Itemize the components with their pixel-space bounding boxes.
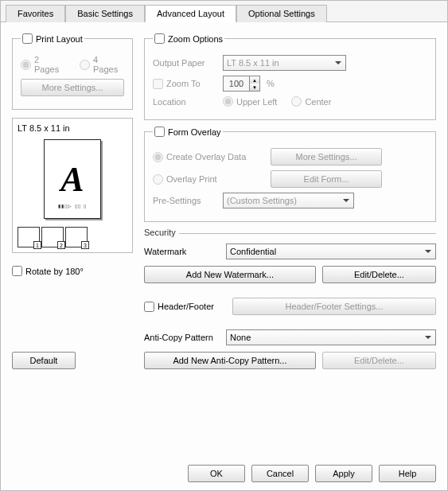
dialog-footer: OK Cancel Apply Help bbox=[188, 465, 436, 482]
tab-bar: Favorites Basic Settings Advanced Layout… bbox=[1, 1, 447, 22]
preview-ruler: ▮▮▯▷ ▯▯ ▯ bbox=[58, 203, 86, 208]
zoom-legend: Zoom Options bbox=[153, 33, 224, 44]
percent-label: % bbox=[267, 79, 275, 88]
preview-panel: LT 8.5 x 11 in A ▮▮▯▷ ▯▯ ▯ 1 2 3 bbox=[12, 118, 133, 253]
zoom-to-checkbox[interactable]: Zoom To bbox=[153, 79, 216, 89]
print-layout-label: Print Layout bbox=[36, 34, 83, 44]
apply-button[interactable]: Apply bbox=[315, 465, 372, 482]
preview-page-icon: A ▮▮▯▷ ▯▯ ▯ bbox=[44, 139, 101, 219]
zoom-options-label: Zoom Options bbox=[168, 34, 223, 44]
edit-form-button[interactable]: Edit Form... bbox=[271, 170, 382, 188]
output-paper-select[interactable]: LT 8.5 x 11 in bbox=[223, 55, 346, 71]
preview-thumbnails: 1 2 3 bbox=[18, 227, 127, 247]
header-footer-label: Header/Footer bbox=[158, 302, 214, 311]
header-footer-settings-button[interactable]: Header/Footer Settings... bbox=[232, 298, 436, 315]
pre-settings-label: Pre-Settings bbox=[153, 196, 216, 205]
thumb-1: 1 bbox=[18, 227, 40, 247]
thumb-2: 2 bbox=[41, 227, 64, 247]
radio-center[interactable]: Center bbox=[291, 96, 331, 107]
zoom-spinner-arrows[interactable]: ▲ ▼ bbox=[249, 76, 259, 91]
security-group: Security Watermark Confidential Add New … bbox=[144, 233, 436, 369]
form-overlay-checkbox[interactable] bbox=[154, 127, 165, 137]
ok-button[interactable]: OK bbox=[188, 465, 245, 482]
right-column: Zoom Options Output Paper LT 8.5 x 11 in… bbox=[144, 33, 436, 369]
spinner-down-icon[interactable]: ▼ bbox=[250, 84, 259, 91]
watermark-select[interactable]: Confidential bbox=[226, 244, 436, 259]
pre-settings-select[interactable]: (Custom Settings) bbox=[223, 193, 354, 208]
help-button[interactable]: Help bbox=[379, 465, 436, 482]
anti-copy-edit-delete-button[interactable]: Edit/Delete... bbox=[322, 352, 436, 369]
form-overlay-group: Form Overlay Create Overlay Data More Se… bbox=[144, 127, 436, 222]
preview-paper-size: LT 8.5 x 11 in bbox=[18, 123, 127, 133]
dialog-window: Favorites Basic Settings Advanced Layout… bbox=[0, 0, 448, 491]
location-label: Location bbox=[153, 97, 216, 107]
zoom-options-group: Zoom Options Output Paper LT 8.5 x 11 in… bbox=[144, 33, 436, 120]
print-layout-more-settings-button[interactable]: More Settings... bbox=[21, 79, 124, 96]
tab-favorites[interactable]: Favorites bbox=[6, 5, 65, 22]
zoom-options-checkbox[interactable] bbox=[154, 33, 165, 44]
radio-2-pages[interactable]: 2 Pages bbox=[21, 55, 65, 74]
radio-overlay-print[interactable]: Overlay Print bbox=[153, 174, 264, 185]
radio-upper-left[interactable]: Upper Left bbox=[223, 96, 277, 107]
radio-4-pages[interactable]: 4 Pages bbox=[80, 55, 124, 74]
add-anti-copy-button[interactable]: Add New Anti-Copy Pattern... bbox=[144, 352, 316, 369]
add-watermark-button[interactable]: Add New Watermark... bbox=[144, 266, 316, 283]
rotate-180-checkbox[interactable]: Rotate by 180° bbox=[12, 266, 133, 276]
output-paper-label: Output Paper bbox=[153, 58, 216, 68]
watermark-edit-delete-button[interactable]: Edit/Delete... bbox=[322, 266, 436, 283]
rotate-label: Rotate by 180° bbox=[25, 267, 84, 276]
print-layout-legend: Print Layout bbox=[21, 33, 84, 44]
left-column: Print Layout 2 Pages 4 Pages More Settin… bbox=[12, 33, 133, 369]
security-label: Security bbox=[144, 228, 179, 237]
radio-create-overlay[interactable]: Create Overlay Data bbox=[153, 152, 264, 162]
overlay-more-settings-button[interactable]: More Settings... bbox=[271, 148, 382, 166]
print-layout-group: Print Layout 2 Pages 4 Pages More Settin… bbox=[12, 33, 133, 110]
form-overlay-label: Form Overlay bbox=[168, 127, 221, 137]
zoom-spinner[interactable]: ▲ ▼ bbox=[223, 76, 260, 92]
watermark-label: Watermark bbox=[144, 247, 220, 256]
preview-glyph: A bbox=[60, 159, 84, 200]
overlay-legend: Form Overlay bbox=[153, 127, 223, 137]
zoom-value-input[interactable] bbox=[224, 76, 249, 91]
tab-panel-advanced: Print Layout 2 Pages 4 Pages More Settin… bbox=[1, 22, 447, 376]
spinner-up-icon[interactable]: ▲ bbox=[250, 76, 259, 84]
thumb-3: 3 bbox=[65, 227, 88, 247]
tab-advanced-layout[interactable]: Advanced Layout bbox=[145, 5, 236, 22]
header-footer-checkbox[interactable]: Header/Footer bbox=[144, 302, 226, 312]
tab-basic-settings[interactable]: Basic Settings bbox=[65, 5, 145, 22]
anti-copy-select[interactable]: None bbox=[226, 329, 436, 345]
print-layout-checkbox[interactable] bbox=[22, 33, 33, 44]
cancel-button[interactable]: Cancel bbox=[251, 465, 309, 482]
tab-optional-settings[interactable]: Optional Settings bbox=[236, 5, 327, 22]
anti-copy-label: Anti-Copy Pattern bbox=[144, 333, 220, 342]
default-button[interactable]: Default bbox=[12, 352, 76, 369]
